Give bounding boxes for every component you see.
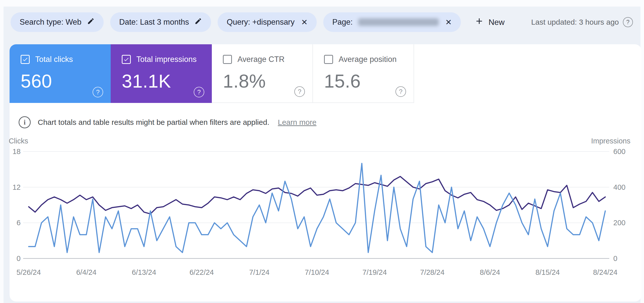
gsc-performance-page: Search type: Web Date: Last 3 months Que… (0, 0, 644, 303)
filter-chip-label: Search type: Web (20, 18, 82, 27)
last-updated-text: Last updated: 3 hours ago (531, 18, 619, 26)
edit-icon[interactable] (87, 17, 95, 27)
metric-card-total-clicks[interactable]: Total clicks 560 ? (10, 44, 111, 103)
close-icon[interactable]: ✕ (444, 18, 452, 26)
metric-cards-row: Total clicks 560 ? Total impressions 31.… (10, 44, 414, 103)
help-icon[interactable]: ? (395, 86, 406, 97)
metric-label: Total impressions (136, 55, 196, 64)
filter-chip-page[interactable]: Page: ✕ (323, 12, 461, 32)
metric-card-total-impressions[interactable]: Total impressions 31.1K ? (111, 44, 212, 103)
info-icon: i (19, 116, 31, 128)
filter-chip-label: Page: (332, 18, 353, 27)
metric-card-header: Total clicks (21, 55, 111, 64)
metric-card-header: Total impressions (122, 55, 212, 64)
filter-chip-label: Date: Last 3 months (119, 18, 189, 27)
metric-label: Total clicks (35, 55, 73, 64)
filter-bar: Search type: Web Date: Last 3 months Que… (11, 12, 633, 32)
checkbox-unchecked-icon[interactable] (324, 55, 333, 64)
close-icon[interactable]: ✕ (300, 18, 308, 26)
info-banner-text: Chart totals and table results might be … (38, 118, 269, 127)
plus-icon (474, 16, 484, 28)
help-icon[interactable]: ? (194, 87, 204, 97)
report-card: Total clicks 560 ? Total impressions 31.… (10, 44, 641, 301)
metric-label: Average CTR (237, 55, 285, 64)
content-background: Search type: Web Date: Last 3 months Que… (4, 7, 640, 303)
metric-card-header: Average CTR (223, 55, 312, 64)
filter-chip-query[interactable]: Query: +dispensary ✕ (218, 12, 317, 32)
last-updated-status: Last updated: 3 hours ago ? (531, 17, 633, 27)
checkbox-checked-icon[interactable] (21, 55, 30, 64)
help-icon[interactable]: ? (93, 87, 103, 97)
filter-chip-label: Query: +dispensary (227, 18, 295, 27)
checkbox-unchecked-icon[interactable] (223, 55, 232, 64)
info-banner: i Chart totals and table results might b… (19, 116, 316, 128)
metric-card-average-position[interactable]: Average position 15.6 ? (313, 44, 414, 103)
help-icon[interactable]: ? (294, 86, 305, 97)
metric-label: Average position (339, 55, 396, 64)
new-filter-label: New (489, 18, 505, 27)
metric-card-header: Average position (324, 55, 414, 64)
new-filter-button[interactable]: New (474, 16, 505, 28)
edit-icon[interactable] (194, 17, 202, 27)
redacted-page-url (358, 18, 439, 26)
learn-more-link[interactable]: Learn more (278, 118, 316, 127)
checkbox-checked-icon[interactable] (122, 55, 131, 64)
filter-chip-date[interactable]: Date: Last 3 months (110, 12, 211, 32)
filter-chip-search-type[interactable]: Search type: Web (11, 12, 104, 32)
metric-card-average-ctr[interactable]: Average CTR 1.8% ? (212, 44, 313, 103)
help-icon[interactable]: ? (623, 17, 633, 27)
